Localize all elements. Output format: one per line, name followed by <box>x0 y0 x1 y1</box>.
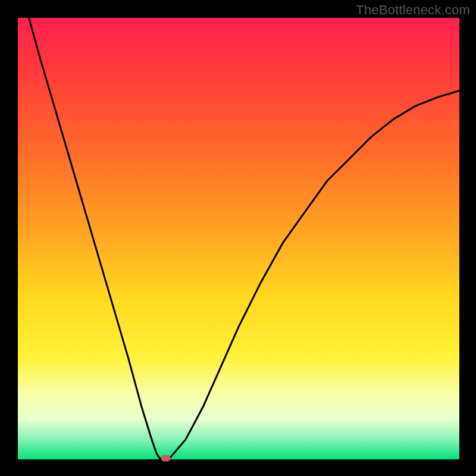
minimum-marker <box>161 455 171 462</box>
watermark-text: TheBottleneck.com <box>356 2 470 18</box>
chart-container: TheBottleneck.com <box>0 0 476 476</box>
plot-background <box>18 18 459 459</box>
chart-svg <box>0 0 476 476</box>
